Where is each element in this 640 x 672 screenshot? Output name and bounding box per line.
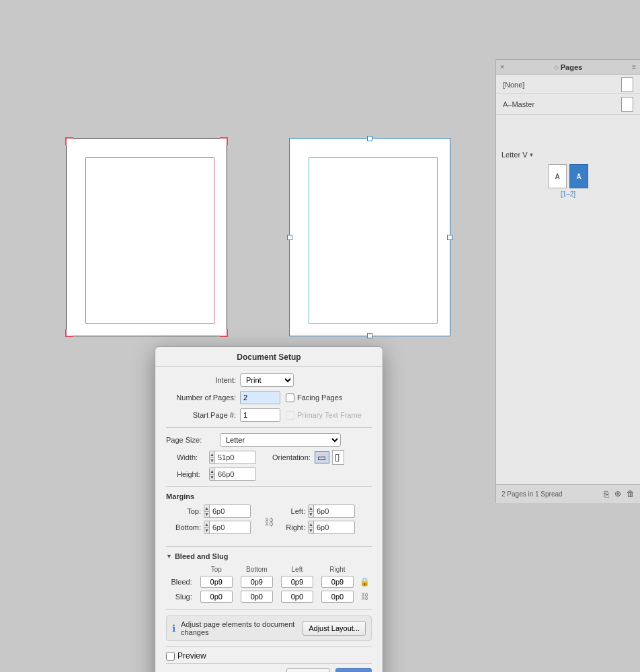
top-label: Top: bbox=[171, 507, 201, 515]
info-icon: ℹ bbox=[172, 623, 175, 634]
bottom-up[interactable]: ▲ bbox=[204, 521, 209, 528]
ok-button[interactable]: OK bbox=[335, 668, 372, 672]
pages-diamond-icon: ◇ bbox=[554, 64, 559, 71]
width-down-arrow[interactable]: ▼ bbox=[210, 458, 214, 464]
thumb-page-2-wrap[interactable]: A bbox=[569, 164, 588, 188]
width-label: Width: bbox=[177, 453, 209, 461]
slug-top-cell bbox=[196, 589, 237, 604]
orientation-group: Orientation: ▭ ▭ bbox=[272, 451, 346, 463]
chain-col: ⛓ bbox=[262, 514, 276, 527]
divider-3 bbox=[166, 546, 372, 547]
bleed-bottom-input[interactable] bbox=[241, 576, 273, 588]
bleed-right-cell bbox=[317, 574, 358, 589]
letter-v-dropdown-row[interactable]: Letter V ▼ bbox=[502, 151, 635, 159]
height-stepper: ▲ ▼ 66p0 bbox=[209, 468, 256, 481]
bottom-label: Bottom: bbox=[171, 523, 201, 531]
thumb-page-1[interactable]: A bbox=[548, 164, 567, 188]
margins-right-col: Left: ▲ ▼ 6p0 Right: ▲ ▼ bbox=[276, 505, 366, 537]
left-label: Left: bbox=[276, 507, 305, 515]
page-1-margin bbox=[85, 157, 214, 324]
num-pages-label: Number of Pages: bbox=[166, 394, 240, 402]
pages-panel-title-wrap: ◇ Pages bbox=[554, 63, 582, 71]
start-page-row: Start Page #: Primary Text Frame bbox=[166, 408, 372, 422]
handle-right[interactable] bbox=[447, 235, 452, 240]
divider-2 bbox=[166, 486, 372, 487]
preview-label: Preview bbox=[177, 651, 206, 661]
adjust-text: Adjust page elements to document changes bbox=[181, 620, 297, 636]
page-size-label: Page Size: bbox=[166, 436, 220, 444]
pages-panel: × ◇ Pages ≡ [None] A–Master Letter V ▼ A… bbox=[495, 59, 640, 503]
top-margin-row: Top: ▲ ▼ 6p0 bbox=[171, 505, 262, 518]
height-up-arrow[interactable]: ▲ bbox=[210, 468, 214, 475]
cancel-button[interactable]: Cancel bbox=[286, 668, 329, 672]
right-options-2: Primary Text Frame bbox=[286, 411, 362, 420]
orientation-label: Orientation: bbox=[272, 453, 311, 461]
left-down[interactable]: ▼ bbox=[309, 512, 313, 518]
page-2[interactable] bbox=[289, 138, 450, 336]
bleed-slug-header: ▼ Bleed and Slug bbox=[166, 552, 372, 560]
right-arrows: ▲ ▼ bbox=[309, 521, 314, 533]
width-up-arrow[interactable]: ▲ bbox=[210, 451, 214, 458]
thumb-page-2[interactable]: A bbox=[569, 164, 588, 188]
width-value: 51p0 bbox=[215, 453, 255, 461]
bottom-stepper: ▲ ▼ 6p0 bbox=[204, 521, 251, 534]
bleed-lock-icon[interactable]: 🔒 bbox=[360, 577, 370, 587]
bleed-bottom-cell bbox=[237, 574, 277, 589]
slug-unlock-icon[interactable]: ⛓ bbox=[361, 592, 369, 601]
footer-status: 2 Pages in 1 Spread bbox=[502, 490, 563, 498]
bleed-top-input[interactable] bbox=[200, 576, 233, 588]
margins-label: Margins bbox=[166, 492, 372, 500]
num-pages-input[interactable]: 2 bbox=[240, 391, 280, 404]
collapse-arrow-icon[interactable]: ▼ bbox=[166, 553, 172, 560]
top-down[interactable]: ▼ bbox=[204, 512, 209, 518]
top-up[interactable]: ▲ bbox=[204, 505, 209, 512]
bottom-arrows: ▲ ▼ bbox=[204, 521, 210, 533]
corner-br bbox=[220, 329, 228, 337]
orient-landscape-btn[interactable]: ▭ bbox=[332, 450, 344, 465]
right-up[interactable]: ▲ bbox=[309, 521, 313, 528]
adjust-layout-button[interactable]: Adjust Layout... bbox=[303, 621, 366, 636]
primary-text-frame-label: Primary Text Frame bbox=[297, 411, 362, 419]
handle-top[interactable] bbox=[367, 136, 372, 141]
preview-row: Preview bbox=[166, 646, 372, 663]
left-up[interactable]: ▲ bbox=[309, 505, 313, 512]
bleed-row: Bleed: 🔒 bbox=[166, 574, 372, 589]
new-page-icon[interactable]: ⊕ bbox=[614, 489, 621, 499]
height-down-arrow[interactable]: ▼ bbox=[210, 475, 214, 481]
panel-menu-icon[interactable]: ≡ bbox=[632, 63, 636, 71]
master-thumb bbox=[621, 97, 633, 112]
panel-close-icon[interactable]: × bbox=[500, 63, 504, 71]
preview-checkbox[interactable] bbox=[166, 652, 175, 661]
delete-page-icon[interactable]: 🗑 bbox=[627, 489, 635, 499]
thumb-page-1-wrap[interactable]: A bbox=[548, 164, 567, 188]
slug-right-input[interactable] bbox=[321, 591, 354, 603]
width-arrows: ▲ ▼ bbox=[210, 451, 215, 463]
slug-top-input[interactable] bbox=[200, 591, 233, 603]
facing-pages-checkbox[interactable] bbox=[286, 394, 294, 402]
corner-tr bbox=[220, 137, 228, 145]
bleed-left-input[interactable] bbox=[281, 576, 313, 588]
bleed-right-input[interactable] bbox=[321, 576, 354, 588]
handle-left[interactable] bbox=[287, 235, 292, 240]
pages-panel-footer: 2 Pages in 1 Spread ⎘ ⊕ 🗑 bbox=[496, 484, 640, 503]
intent-select[interactable]: Print Web Mobile bbox=[240, 373, 294, 387]
new-master-page-icon[interactable]: ⎘ bbox=[604, 489, 609, 499]
page-size-select[interactable]: Letter A4 A3 Tabloid Legal bbox=[220, 433, 341, 447]
slug-row: Slug: ⛓ bbox=[166, 589, 372, 604]
col-empty bbox=[166, 564, 196, 574]
dialog-body: Intent: Print Web Mobile Number of Pages… bbox=[155, 367, 383, 672]
start-page-input[interactable] bbox=[240, 408, 280, 422]
dialog-title: Document Setup bbox=[155, 347, 383, 367]
col-right: Right bbox=[317, 564, 358, 574]
bottom-down[interactable]: ▼ bbox=[204, 528, 209, 534]
right-down[interactable]: ▼ bbox=[309, 528, 313, 534]
slug-left-input[interactable] bbox=[281, 591, 313, 603]
page-1[interactable] bbox=[66, 138, 227, 336]
handle-bottom[interactable] bbox=[367, 333, 372, 338]
chain-link-icon[interactable]: ⛓ bbox=[264, 517, 274, 527]
right-options: Facing Pages bbox=[286, 394, 342, 402]
col-left: Left bbox=[277, 564, 317, 574]
bottom-margin-row: Bottom: ▲ ▼ 6p0 bbox=[171, 521, 262, 534]
orient-portrait-btn[interactable]: ▭ bbox=[315, 451, 329, 463]
slug-bottom-input[interactable] bbox=[241, 591, 273, 603]
